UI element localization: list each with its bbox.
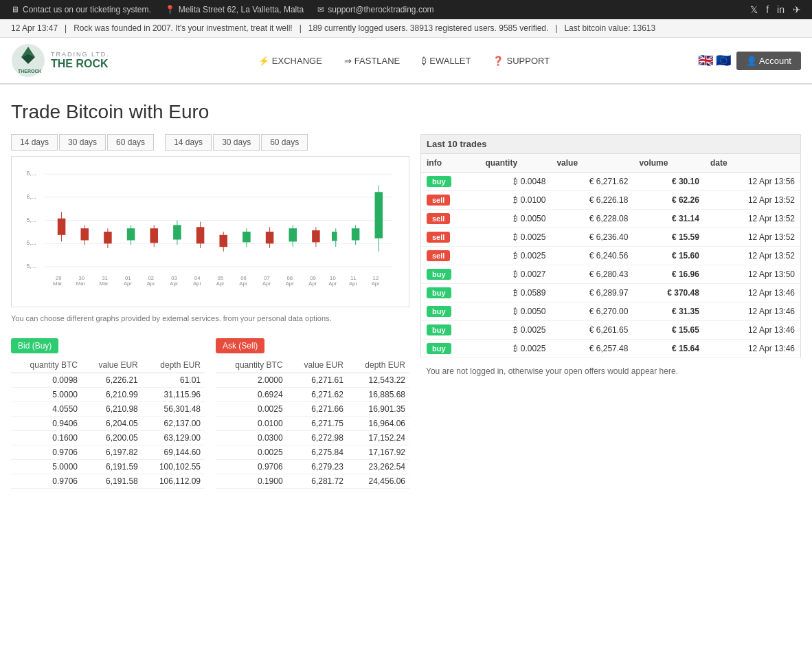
trade-qty: ₿ 0.0100 bbox=[480, 191, 551, 210]
nav-support[interactable]: ❓ SUPPORT bbox=[483, 50, 559, 71]
ask-value: 6,275.84 bbox=[287, 445, 348, 459]
linkedin-link[interactable]: in bbox=[777, 4, 785, 15]
logo-text: TRADING LTD. THE ROCK bbox=[51, 51, 110, 70]
ask-row: 2.00006,271.6112,543.22 bbox=[216, 373, 409, 387]
svg-rect-23 bbox=[150, 228, 158, 243]
trade-date: 12 Apr 13:52 bbox=[705, 228, 801, 247]
trade-row: sell ₿ 0.0025 € 6,240.56 € 15.60 12 Apr … bbox=[421, 247, 801, 265]
trade-value: € 6,226.18 bbox=[551, 191, 633, 210]
bid-value: 6,197.82 bbox=[82, 445, 142, 459]
svg-rect-15 bbox=[58, 219, 66, 235]
ask-value: 6,271.75 bbox=[287, 416, 348, 430]
bid-row: 0.94066,204.0562,137.00 bbox=[11, 416, 205, 430]
trade-value: € 6,236.40 bbox=[551, 228, 633, 247]
ask-value: 6,271.66 bbox=[287, 401, 348, 416]
svg-text:Apr: Apr bbox=[239, 280, 247, 287]
trade-volume: € 30.10 bbox=[633, 173, 704, 191]
trade-qty: ₿ 0.0589 bbox=[480, 284, 551, 302]
trade-badge: sell bbox=[427, 232, 450, 243]
chart-tab-30d-2[interactable]: 30 days bbox=[213, 134, 260, 151]
support-icon: ❓ bbox=[493, 56, 504, 66]
ask-qty: 2.0000 bbox=[216, 373, 287, 387]
email-icon: ✉ bbox=[317, 5, 324, 14]
trade-value: € 6,289.97 bbox=[551, 284, 633, 302]
bid-row: 0.16006,200.0563,129.00 bbox=[11, 430, 205, 445]
trade-value: € 6,257.48 bbox=[551, 340, 633, 358]
svg-text:Apr: Apr bbox=[328, 280, 337, 287]
chart-tab-30d-1[interactable]: 30 days bbox=[59, 134, 106, 151]
email-info[interactable]: ✉ support@therocktrading.com bbox=[317, 5, 433, 14]
chart-tab-group-1: 14 days 30 days 60 days bbox=[11, 134, 154, 151]
trade-badge: buy bbox=[427, 287, 451, 298]
svg-rect-31 bbox=[243, 232, 251, 242]
ask-header-depth: depth EUR bbox=[348, 357, 409, 373]
ewallet-icon: ₿ bbox=[422, 56, 427, 66]
trade-volume: € 15.64 bbox=[633, 340, 704, 358]
trade-qty: ₿ 0.0048 bbox=[480, 173, 551, 191]
trades-header-qty: quantity bbox=[480, 154, 551, 173]
bid-row: 0.97066,191.58106,112.09 bbox=[11, 474, 205, 488]
bid-depth: 56,301.48 bbox=[142, 401, 205, 416]
bid-header-qty: quantity BTC bbox=[11, 357, 82, 373]
ask-qty: 0.0100 bbox=[216, 416, 287, 430]
ask-value: 6,271.62 bbox=[287, 387, 348, 401]
nav-ewallet[interactable]: ₿ EWALLET bbox=[412, 50, 480, 71]
chart-tab-14d-2[interactable]: 14 days bbox=[165, 134, 212, 151]
facebook-link[interactable]: f bbox=[766, 4, 769, 15]
fastlane-icon: ⇒ bbox=[344, 56, 352, 66]
flag-uk[interactable]: 🇬🇧 bbox=[698, 53, 713, 68]
ticker-date: 12 Apr 13:47 bbox=[11, 23, 58, 33]
trade-date: 12 Apr 13:46 bbox=[705, 340, 801, 358]
ask-row: 0.19006,281.7224,456.06 bbox=[216, 474, 409, 488]
logo[interactable]: THEROCK TRADING LTD. THE ROCK bbox=[11, 43, 110, 78]
bid-value: 6,210.99 bbox=[82, 387, 142, 401]
ask-depth: 17,167.92 bbox=[348, 445, 409, 459]
trade-volume: € 16.96 bbox=[633, 265, 704, 284]
ask-value: 6,272.98 bbox=[287, 430, 348, 445]
account-button[interactable]: 👤 Account bbox=[736, 52, 801, 70]
trade-type: buy bbox=[421, 302, 480, 321]
svg-text:6,...: 6,... bbox=[27, 193, 36, 200]
ask-qty: 0.0300 bbox=[216, 430, 287, 445]
trade-volume: € 15.59 bbox=[633, 228, 704, 247]
flag-eu[interactable]: 🇪🇺 bbox=[716, 53, 731, 68]
svg-text:Mar: Mar bbox=[53, 280, 63, 287]
bid-row: 4.05506,210.9856,301.48 bbox=[11, 401, 205, 416]
chart-tab-60d-2[interactable]: 60 days bbox=[261, 134, 308, 151]
ask-qty: 0.9706 bbox=[216, 459, 287, 474]
nav-fastlane[interactable]: ⇒ FASTLANE bbox=[335, 50, 409, 71]
chart-tab-60d-1[interactable]: 60 days bbox=[107, 134, 154, 151]
telegram-link[interactable]: ✈ bbox=[793, 4, 801, 15]
svg-text:Apr: Apr bbox=[193, 280, 201, 287]
bid-table: quantity BTC value EUR depth EUR 0.00986… bbox=[11, 357, 205, 489]
ask-value: 6,271.61 bbox=[287, 373, 348, 387]
chart-tab-14d-1[interactable]: 14 days bbox=[11, 134, 58, 151]
chart-note: You can choose different graphs provided… bbox=[11, 313, 409, 324]
trade-row: sell ₿ 0.0025 € 6,236.40 € 15.59 12 Apr … bbox=[421, 228, 801, 247]
trade-badge: buy bbox=[427, 269, 451, 280]
bid-row: 5.00006,191.59100,102.55 bbox=[11, 459, 205, 474]
ask-row: 0.69246,271.6216,885.68 bbox=[216, 387, 409, 401]
trade-qty: ₿ 0.0025 bbox=[480, 247, 551, 265]
nav-exchange[interactable]: ⚡ EXCHANGE bbox=[249, 50, 332, 71]
svg-text:5,...: 5,... bbox=[27, 263, 36, 269]
svg-text:Apr: Apr bbox=[124, 280, 132, 287]
twitter-link[interactable]: 𝕏 bbox=[750, 4, 758, 15]
ask-label: Ask (Sell) bbox=[216, 338, 264, 353]
trade-badge: buy bbox=[427, 324, 451, 335]
svg-rect-41 bbox=[352, 228, 360, 240]
trade-type: sell bbox=[421, 191, 480, 210]
trade-volume: € 370.48 bbox=[633, 284, 704, 302]
contact-info[interactable]: 🖥 Contact us on our ticketing system. bbox=[11, 5, 151, 14]
trade-date: 12 Apr 13:56 bbox=[705, 173, 801, 191]
svg-text:Apr: Apr bbox=[308, 280, 317, 287]
trade-badge: buy bbox=[427, 176, 451, 187]
top-bar: 🖥 Contact us on our ticketing system. 📍 … bbox=[0, 0, 812, 19]
ask-qty: 0.6924 bbox=[216, 387, 287, 401]
page-title: Trade Bitcoin with Euro bbox=[0, 85, 812, 134]
trade-badge: sell bbox=[427, 250, 450, 261]
trade-volume: € 62.26 bbox=[633, 191, 704, 210]
trade-date: 12 Apr 13:52 bbox=[705, 191, 801, 210]
svg-rect-35 bbox=[289, 228, 297, 241]
trade-volume: € 31.35 bbox=[633, 302, 704, 321]
